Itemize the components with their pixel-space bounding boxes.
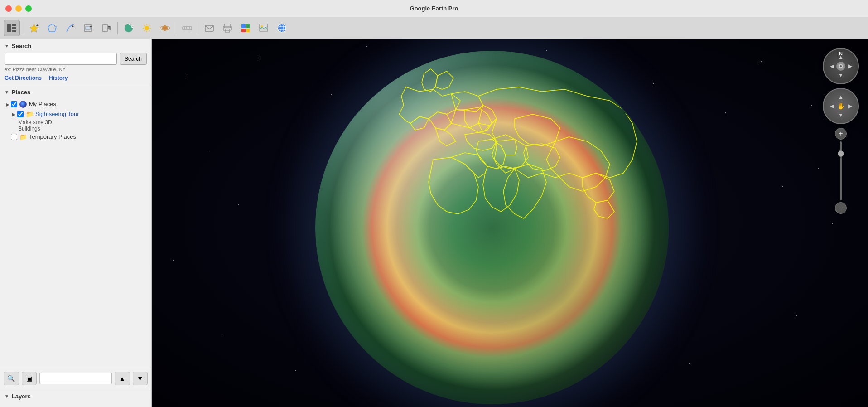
places-search-input[interactable] [39,373,112,384]
search-button[interactable]: Search [120,53,147,65]
pan-center[interactable]: ✋ [836,102,845,111]
main-content: ▼ Search Search ex: Pizza near Clayville… [0,39,868,407]
layers-section: ▼ Layers [0,389,151,407]
search-places-button[interactable]: 🔍 [4,372,19,385]
sunlight-button[interactable] [139,20,155,36]
compass[interactable]: N ▲ ◀ ▶ ▼ [823,48,859,84]
places-title: Places [12,89,30,96]
pan-up[interactable]: ▲ [836,92,845,102]
my-places-label: My Places [29,100,56,108]
make-sure-3d-label: Make sure 3D [17,119,147,126]
svg-rect-1 [12,24,16,26]
get-directions-link[interactable]: Get Directions [5,75,42,81]
sightseeing-tour-toggle[interactable]: ▶ [11,110,17,118]
pan-arrows: ▲ ◀ ✋ ▶ ▼ [827,92,854,120]
pan-down[interactable]: ▼ [836,111,845,120]
minimize-button[interactable] [15,5,22,12]
add-path-button[interactable]: + [62,20,78,36]
svg-line-23 [149,30,150,31]
toolbar-separator-4 [198,22,198,34]
app-title: Google Earth Pro [410,5,458,12]
sightseeing-tour-checkbox[interactable] [17,111,24,117]
close-button[interactable] [5,5,12,12]
my-places-toggle[interactable]: ▶ [5,100,11,108]
svg-text:+: + [108,24,110,29]
compass-rotate-left[interactable]: ◀ [827,62,836,71]
historical-imagery-button[interactable] [121,20,137,36]
compass-center-eye[interactable] [836,62,845,71]
compass-north-label: N [839,51,843,56]
places-section: ▼ Places ▶ My Places ▶ 📁 Sightseeing Tou… [0,85,151,368]
sightseeing-tour-link[interactable]: Sightseeing Tour [35,110,79,118]
layers-header[interactable]: ▼ Layers [5,393,147,400]
print-button[interactable] [219,20,236,36]
my-places-children: ▶ 📁 Sightseeing Tour Make sure 3D Buildi… [5,109,147,132]
record-tour-button[interactable]: + [98,20,115,36]
add-overlay-button[interactable]: + [80,20,96,36]
compass-rotate-right[interactable]: ▶ [845,62,854,71]
svg-rect-3 [12,30,16,32]
titlebar: Google Earth Pro [0,0,868,17]
earth-globe[interactable] [315,51,669,404]
toolbar-separator-3 [176,22,176,34]
compass-tilt-down[interactable]: ▼ [836,71,845,80]
places-header[interactable]: ▼ Places [5,89,147,96]
svg-text:+: + [72,24,74,29]
pan-control[interactable]: ▲ ◀ ✋ ▶ ▼ [823,88,859,124]
places-collapse-arrow: ▼ [5,90,9,95]
my-places-checkbox[interactable] [11,101,17,107]
history-link[interactable]: History [49,75,68,81]
search-input[interactable] [5,53,117,65]
window-controls [5,5,32,12]
temporary-places-label: Temporary Places [29,133,76,141]
earth-background [152,39,868,407]
zoom-in-button[interactable]: + [835,128,847,140]
add-placemark-button[interactable]: + [26,20,42,36]
svg-rect-12 [102,25,108,31]
temporary-places-checkbox[interactable] [11,134,17,140]
sightseeing-tour-folder-icon: 📁 [25,110,34,118]
pan-left[interactable]: ◀ [827,102,836,111]
navigation-controls: N ▲ ◀ ▶ ▼ ▲ [823,48,859,214]
temporary-places-toggle[interactable] [5,133,11,141]
layers-button[interactable]: ▣ [22,372,37,385]
svg-rect-2 [12,27,16,29]
pan-right[interactable]: ▶ [845,102,854,111]
svg-rect-0 [7,24,11,32]
sightseeing-children: Make sure 3D Buildings [11,119,147,132]
compass-arrows: ▲ ◀ ▶ ▼ [827,53,854,80]
layers-collapse-arrow: ▼ [5,394,9,399]
search-header[interactable]: ▼ Search [5,43,147,49]
svg-point-49 [840,65,842,67]
zoom-out-button[interactable]: − [835,202,847,214]
move-up-button[interactable]: ▲ [115,372,130,385]
layers-title: Layers [12,393,31,400]
search-title: Search [12,43,31,49]
map-style-button[interactable] [274,20,290,36]
zoom-slider-track[interactable] [840,141,842,200]
ruler-button[interactable] [179,20,195,36]
search-row: Search [5,53,147,65]
zoom-slider-thumb[interactable] [838,150,844,157]
add-polygon-button[interactable]: + [44,20,60,36]
svg-rect-38 [246,24,250,28]
map-area[interactable]: N ▲ ◀ ▶ ▼ ▲ [152,39,868,407]
move-down-button[interactable]: ▼ [133,372,148,385]
main-toolbar: + + + + + [0,17,868,39]
search-links: Get Directions History [5,75,147,81]
save-image-button[interactable] [256,20,272,36]
svg-line-24 [149,25,150,26]
planets-button[interactable] [157,20,173,36]
sightseeing-tour-item: ▶ 📁 Sightseeing Tour [11,109,147,119]
maximize-button[interactable] [25,5,32,12]
svg-text:+: + [54,24,56,28]
sidebar: ▼ Search Search ex: Pizza near Clayville… [0,39,152,407]
svg-rect-39 [241,29,246,32]
svg-line-22 [144,25,145,26]
google-earth-web-button[interactable] [237,20,254,36]
email-button[interactable] [201,20,217,36]
svg-text:+: + [90,24,92,29]
svg-point-17 [145,26,149,30]
search-collapse-arrow: ▼ [5,44,9,48]
sidebar-toggle-button[interactable] [4,20,20,36]
